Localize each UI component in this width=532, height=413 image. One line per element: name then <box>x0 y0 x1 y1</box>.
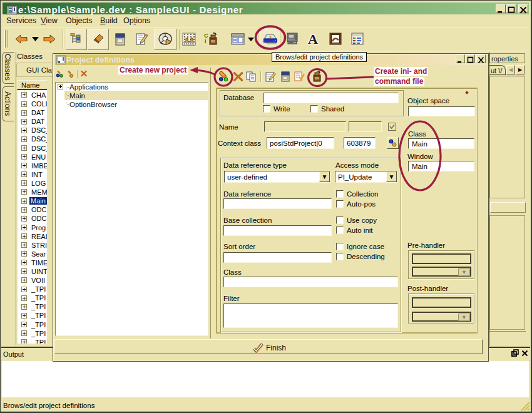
svg-text:I: I <box>205 38 207 44</box>
